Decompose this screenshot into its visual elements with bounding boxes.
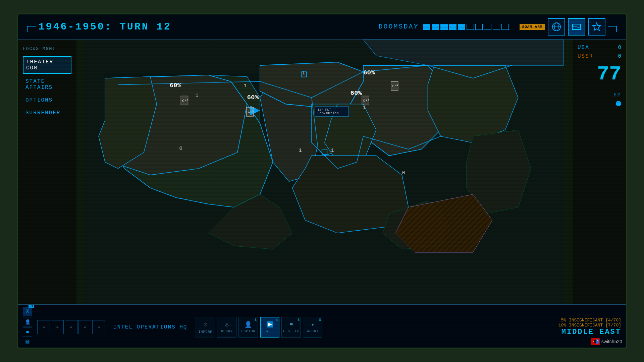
- doomsday-label: DOOMSDAY: [379, 23, 419, 31]
- globe-icon-btn[interactable]: [548, 18, 565, 36]
- sidebar-item-theater-com[interactable]: THEATER COM: [23, 56, 71, 74]
- svg-text:60%: 60%: [350, 89, 362, 97]
- ops-btn-infil-label: INFIL: [264, 329, 276, 333]
- ussr-score: 0: [618, 53, 621, 59]
- svg-point-45: [593, 341, 594, 342]
- svg-text:60%: 60%: [363, 69, 375, 76]
- doomsday-block-1: [423, 24, 430, 30]
- bottom-controls: § -1 👤 ■ 🏛 ≡ ≡ ≡ ≡ ≡ INTEL OPERATIONS HQ: [18, 305, 626, 349]
- svg-text:60%: 60%: [170, 82, 181, 89]
- ops-btn-inform-label: INFORM: [198, 330, 212, 334]
- stack-icon-2[interactable]: ≡: [51, 320, 64, 334]
- bracket-right: ─┐: [608, 21, 620, 32]
- ops-btn-espion[interactable]: 8 👤 ESPION: [238, 317, 258, 338]
- stat-line1: 5% INSIGNIFICANT [4/70]: [558, 318, 621, 323]
- main-screen: ┌─ 1946-1950: TURN 12 DOOMSDAY SOAM ARM: [17, 13, 627, 349]
- fp-label: FP: [578, 92, 621, 98]
- svg-text:C¹⁴: C¹⁴: [392, 84, 398, 88]
- doomsday-block-5: [458, 24, 465, 30]
- ussr-label: USSR: [578, 53, 593, 59]
- ops-btn-espion-label: ESPION: [241, 329, 255, 333]
- region-stats: 5% INSIGNIFICANT [4/70] 10% INSIGNIFICAN…: [558, 318, 621, 336]
- svg-text:1: 1: [196, 93, 199, 99]
- doomsday-block-2: [432, 24, 439, 30]
- stack-icon-1[interactable]: ≡: [37, 320, 50, 334]
- switch-icon: [591, 338, 600, 345]
- switch-text: switch520: [601, 339, 622, 344]
- svg-text:C¹⁴: C¹⁴: [182, 99, 188, 103]
- score-panel: USA 0 USSR 0 77 FP: [573, 40, 626, 111]
- world-map-icon-btn[interactable]: [568, 18, 585, 36]
- vp-number: 77: [578, 63, 621, 85]
- svg-text:Ben-Gurion: Ben-Gurion: [317, 111, 338, 115]
- shield-icon[interactable]: ■: [23, 327, 32, 337]
- header-bar: ┌─ 1946-1950: TURN 12 DOOMSDAY SOAM ARM: [18, 14, 626, 40]
- svg-text:C¹⁴: C¹⁴: [363, 99, 369, 103]
- bottom-panel: § -1 👤 ■ 🏛 ≡ ≡ ≡ ≡ ≡ INTEL OPERATIONS HQ: [18, 304, 626, 348]
- stat-line2: 10% INSIGNIFICANT [7/70]: [558, 323, 621, 328]
- bottom-mini-icons: § -1 👤 ■ 🏛: [23, 307, 32, 347]
- ops-btn-recon[interactable]: ⚓ RECON: [217, 317, 236, 338]
- building-icon[interactable]: 🏛: [23, 338, 32, 347]
- sidebar-item-state-affairs[interactable]: STATE AFFAIRS: [23, 76, 71, 93]
- svg-text:1: 1: [363, 105, 366, 111]
- badge-icon[interactable]: §: [23, 307, 32, 316]
- ussr-score-row: USSR 0: [578, 53, 621, 59]
- stack-icon-4[interactable]: ≡: [78, 320, 91, 334]
- intel-hq-label: INTEL OPERATIONS HQ: [113, 324, 187, 330]
- stack-icon-5[interactable]: ≡: [92, 320, 105, 334]
- svg-point-46: [597, 340, 598, 341]
- doomsday-blocks: [423, 24, 509, 30]
- doomsday-block-3: [440, 24, 448, 30]
- doomsday-block-9: [493, 24, 500, 30]
- usa-score-row: USA 0: [578, 45, 621, 51]
- svg-text:1: 1: [299, 147, 302, 154]
- ops-btn-inform[interactable]: ⊘ INFORM: [196, 317, 215, 338]
- region-label: MIDDLE EAST: [558, 328, 621, 336]
- doomsday-block-6: [467, 24, 474, 30]
- ops-buttons: ⊘ INFORM ⚓ RECON 8 👤 ESPION 4 INFIL: [196, 317, 322, 338]
- sidebar-item-options[interactable]: OPTIONS: [23, 95, 71, 105]
- doomsday-block-4: [449, 24, 457, 30]
- ops-btn-flsflg[interactable]: 8 ⚑ FLS FLG: [281, 317, 301, 338]
- svg-text:60%: 60%: [247, 94, 259, 101]
- soam-arm-label: SOAM ARM: [520, 24, 545, 30]
- map-area[interactable]: 60% 60% 60% 60% 1 1 1 1 1 1 0 0 C¹⁴ C¹⁴: [76, 40, 573, 304]
- header-icons: SOAM ARM: [520, 18, 606, 36]
- svg-text:1: 1: [302, 70, 305, 76]
- stack-icons-row: ≡ ≡ ≡ ≡ ≡: [37, 320, 105, 334]
- star-icon-btn[interactable]: [588, 18, 605, 36]
- ops-btn-assnt[interactable]: 0 ✦ ASSNT: [303, 317, 322, 338]
- sidebar: FOCUS MGMT THEATER COM STATE AFFAIRS OPT…: [18, 40, 76, 127]
- bracket-left: ┌─: [24, 21, 36, 32]
- doomsday-block-10: [501, 24, 509, 30]
- ops-btn-infil[interactable]: 4 INFIL: [260, 317, 279, 338]
- svg-text:1: 1: [331, 147, 334, 154]
- svg-rect-43: [596, 339, 599, 344]
- usa-label: USA: [578, 45, 589, 51]
- turn-title: 1946-1950: TURN 12: [39, 21, 171, 33]
- ops-btn-flsflg-label: FLS FLG: [283, 329, 300, 333]
- usa-score: 0: [618, 45, 621, 51]
- switch-logo: switch520: [591, 338, 622, 345]
- ops-btn-assnt-label: ASSNT: [307, 329, 319, 333]
- fp-dot: [616, 101, 621, 106]
- doomsday-block-8: [484, 24, 491, 30]
- ops-btn-recon-label: RECON: [221, 329, 233, 333]
- svg-text:12° FLT: 12° FLT: [317, 108, 331, 112]
- person-icon[interactable]: 👤: [23, 317, 32, 326]
- svg-text:1: 1: [244, 83, 247, 89]
- doomsday-section: DOOMSDAY SOAM ARM: [379, 18, 606, 36]
- focus-mgmt-label: FOCUS MGMT: [23, 46, 71, 51]
- svg-text:0: 0: [402, 170, 405, 176]
- stack-icon-3[interactable]: ≡: [65, 320, 77, 334]
- svg-marker-4: [593, 23, 601, 31]
- svg-text:0: 0: [179, 145, 182, 152]
- sidebar-item-surrender[interactable]: SURRENDER: [23, 108, 71, 118]
- doomsday-block-7: [475, 24, 483, 30]
- svg-text:C¹⁴: C¹⁴: [248, 110, 254, 114]
- svg-rect-44: [594, 340, 596, 343]
